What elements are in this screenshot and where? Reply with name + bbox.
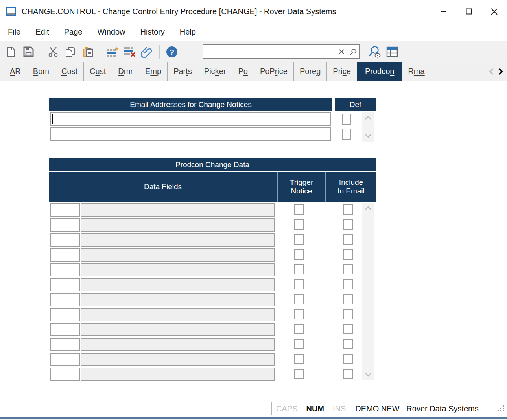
table-row: [49, 277, 376, 292]
scroll-down-icon[interactable]: [365, 134, 372, 138]
tab-label-part: B: [33, 67, 38, 76]
insert-row-button[interactable]: [104, 43, 121, 61]
tab-picker[interactable]: Picker: [198, 62, 232, 81]
tab-scroll-left-button[interactable]: [489, 68, 494, 75]
data-field-code-input[interactable]: [50, 203, 80, 217]
data-field-code-input[interactable]: [50, 338, 80, 351]
menu-help[interactable]: Help: [180, 28, 203, 37]
trigger-notice-checkbox[interactable]: [294, 279, 304, 289]
data-field-code-input[interactable]: [50, 293, 80, 306]
tab-poprice[interactable]: PoPrice: [254, 62, 294, 81]
data-field-code-input[interactable]: [50, 353, 80, 366]
include-in-email-checkbox[interactable]: [343, 294, 353, 304]
tab-dmr[interactable]: Dmr: [112, 62, 139, 81]
cut-button[interactable]: [44, 43, 62, 61]
help-button[interactable]: ?: [163, 43, 181, 61]
data-field-code-input[interactable]: [50, 233, 80, 247]
tab-prodcon[interactable]: Prodcon: [357, 62, 402, 81]
include-in-email-checkbox[interactable]: [343, 369, 353, 379]
email-address-input[interactable]: [50, 127, 331, 141]
tab-bom[interactable]: Bom: [27, 62, 55, 81]
trigger-notice-checkbox[interactable]: [294, 204, 304, 215]
def-checkbox[interactable]: [342, 114, 351, 125]
menu-edit[interactable]: Edit: [35, 28, 56, 37]
trigger-notice-checkbox[interactable]: [294, 294, 304, 304]
data-field-code-input[interactable]: [50, 278, 80, 291]
prodcon-scrollbar[interactable]: [362, 203, 374, 380]
include-in-email-checkbox[interactable]: [343, 204, 353, 215]
table-row: [49, 352, 376, 367]
copy-button[interactable]: [62, 43, 79, 61]
application-window: CHANGE.CONTROL - Change Control Entry Pr…: [0, 0, 507, 420]
include-in-email-checkbox[interactable]: [343, 234, 353, 245]
maximize-button[interactable]: [456, 0, 481, 23]
tab-price[interactable]: Price: [327, 62, 357, 81]
menu-page[interactable]: Page: [64, 28, 90, 37]
include-in-email-checkbox[interactable]: [343, 219, 353, 230]
trigger-notice-column-header: Trigger Notice: [278, 172, 325, 202]
menu-file[interactable]: File: [8, 28, 28, 37]
def-checkbox[interactable]: [342, 129, 351, 140]
include-in-email-checkbox[interactable]: [343, 279, 353, 289]
search-view-button[interactable]: [366, 43, 383, 61]
tab-ar[interactable]: AR: [4, 62, 27, 81]
tab-parts[interactable]: Parts: [168, 62, 198, 81]
tab-po[interactable]: Po: [232, 62, 254, 81]
trigger-notice-checkbox[interactable]: [294, 324, 304, 334]
data-field-description: [81, 353, 275, 366]
layout-view-button[interactable]: [383, 43, 401, 61]
scroll-down-icon[interactable]: [365, 372, 372, 377]
attachment-button[interactable]: [138, 43, 156, 61]
email-addresses-header-label: Email Addresses for Change Notices: [130, 100, 251, 109]
close-button[interactable]: [481, 0, 507, 23]
trigger-notice-checkbox[interactable]: [294, 339, 304, 349]
tab-emp[interactable]: Emp: [139, 62, 168, 81]
search-input[interactable]: [203, 45, 336, 58]
table-row: [49, 217, 376, 232]
minimize-button[interactable]: [430, 0, 456, 23]
include-in-email-checkbox[interactable]: [343, 324, 353, 334]
trigger-notice-checkbox[interactable]: [294, 219, 304, 230]
new-document-button[interactable]: [2, 43, 20, 61]
data-field-code-input[interactable]: [50, 308, 80, 321]
tab-label-part: n: [390, 67, 394, 76]
save-button[interactable]: [20, 43, 37, 61]
trigger-notice-checkbox[interactable]: [294, 369, 304, 379]
title-bar: CHANGE.CONTROL - Change Control Entry Pr…: [0, 0, 507, 23]
trigger-notice-checkbox[interactable]: [294, 354, 304, 364]
trigger-notice-checkbox[interactable]: [294, 309, 304, 319]
email-scrollbar[interactable]: [362, 112, 374, 142]
include-in-email-checkbox[interactable]: [343, 339, 353, 349]
include-in-email-checkbox[interactable]: [343, 354, 353, 364]
scroll-up-icon[interactable]: [365, 116, 372, 120]
menu-window[interactable]: Window: [97, 28, 133, 37]
search-button[interactable]: [347, 45, 359, 58]
include-in-email-checkbox[interactable]: [343, 264, 353, 274]
menu-history[interactable]: History: [140, 28, 172, 37]
data-field-code-input[interactable]: [50, 248, 80, 262]
status-message: DEMO.NEW - Rover Data Systems: [350, 404, 483, 413]
data-field-code-input[interactable]: [50, 263, 80, 276]
tab-poreg[interactable]: Poreg: [294, 62, 327, 81]
include-in-email-checkbox[interactable]: [343, 309, 353, 319]
trigger-notice-checkbox[interactable]: [294, 264, 304, 274]
tab-cust[interactable]: Cust: [84, 62, 112, 81]
email-address-input[interactable]: [50, 112, 331, 126]
trigger-notice-checkbox[interactable]: [294, 234, 304, 245]
delete-row-button[interactable]: [121, 43, 138, 61]
resize-grip[interactable]: [498, 405, 505, 412]
data-field-description: [81, 203, 275, 217]
tab-label-part: E: [145, 67, 150, 76]
trigger-notice-checkbox[interactable]: [294, 249, 304, 260]
paste-button[interactable]: [79, 43, 96, 61]
include-in-email-checkbox[interactable]: [343, 249, 353, 260]
scroll-up-icon[interactable]: [365, 206, 372, 210]
tab-cost[interactable]: Cost: [55, 62, 84, 81]
clear-search-button[interactable]: [336, 45, 347, 58]
tab-rma[interactable]: Rma: [402, 62, 431, 81]
tab-scroll-right-button[interactable]: [498, 68, 503, 75]
data-field-code-input[interactable]: [50, 218, 80, 232]
data-field-code-input[interactable]: [50, 368, 80, 381]
tab-label-part: o: [243, 67, 248, 76]
data-field-code-input[interactable]: [50, 323, 80, 336]
